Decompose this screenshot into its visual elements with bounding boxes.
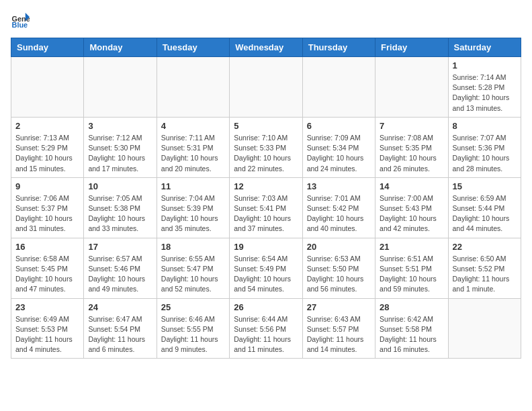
day-info: Sunrise: 7:14 AM Sunset: 5:28 PM Dayligh… (453, 73, 517, 113)
calendar-cell: 27Sunrise: 6:43 AM Sunset: 5:57 PM Dayli… (302, 298, 375, 359)
day-info: Sunrise: 7:11 AM Sunset: 5:31 PM Dayligh… (161, 133, 225, 174)
day-number: 26 (234, 302, 298, 312)
day-number: 9 (15, 181, 79, 191)
day-number: 12 (234, 181, 298, 191)
calendar-cell: 1Sunrise: 7:14 AM Sunset: 5:28 PM Daylig… (448, 57, 521, 118)
day-number: 8 (453, 121, 517, 131)
logo: General Blue (11, 11, 32, 30)
day-number: 19 (234, 242, 298, 252)
calendar-cell: 19Sunrise: 6:54 AM Sunset: 5:49 PM Dayli… (230, 238, 302, 298)
day-number: 20 (307, 242, 371, 252)
week-row-4: 23Sunrise: 6:49 AM Sunset: 5:53 PM Dayli… (11, 298, 521, 359)
calendar-cell (448, 298, 521, 359)
calendar-cell: 9Sunrise: 7:06 AM Sunset: 5:37 PM Daylig… (11, 177, 84, 238)
weekday-header-row: SundayMondayTuesdayWednesdayThursdayFrid… (11, 38, 521, 57)
day-info: Sunrise: 7:01 AM Sunset: 5:42 PM Dayligh… (307, 193, 371, 234)
day-number: 14 (380, 181, 443, 191)
day-number: 28 (380, 302, 443, 312)
calendar-cell: 18Sunrise: 6:55 AM Sunset: 5:47 PM Dayli… (157, 238, 229, 298)
day-info: Sunrise: 6:59 AM Sunset: 5:44 PM Dayligh… (453, 193, 517, 234)
day-number: 5 (234, 121, 298, 131)
calendar-cell: 13Sunrise: 7:01 AM Sunset: 5:42 PM Dayli… (302, 177, 375, 238)
day-info: Sunrise: 7:04 AM Sunset: 5:39 PM Dayligh… (161, 193, 225, 234)
calendar-cell: 16Sunrise: 6:58 AM Sunset: 5:45 PM Dayli… (11, 238, 84, 298)
calendar-cell (302, 57, 375, 118)
header: General Blue (11, 11, 521, 30)
weekday-header-saturday: Saturday (448, 38, 521, 57)
day-number: 3 (88, 121, 152, 131)
calendar-cell (230, 57, 302, 118)
day-info: Sunrise: 6:50 AM Sunset: 5:52 PM Dayligh… (453, 254, 517, 295)
calendar-cell: 22Sunrise: 6:50 AM Sunset: 5:52 PM Dayli… (448, 238, 521, 298)
calendar-cell: 11Sunrise: 7:04 AM Sunset: 5:39 PM Dayli… (157, 177, 229, 238)
calendar-cell: 3Sunrise: 7:12 AM Sunset: 5:30 PM Daylig… (84, 117, 157, 177)
calendar-cell: 26Sunrise: 6:44 AM Sunset: 5:56 PM Dayli… (230, 298, 302, 359)
calendar-cell (157, 57, 229, 118)
calendar-cell: 7Sunrise: 7:08 AM Sunset: 5:35 PM Daylig… (375, 117, 448, 177)
day-info: Sunrise: 7:05 AM Sunset: 5:38 PM Dayligh… (88, 193, 152, 234)
day-info: Sunrise: 7:00 AM Sunset: 5:43 PM Dayligh… (380, 193, 443, 234)
day-info: Sunrise: 7:03 AM Sunset: 5:41 PM Dayligh… (234, 193, 298, 234)
calendar-cell: 14Sunrise: 7:00 AM Sunset: 5:43 PM Dayli… (375, 177, 448, 238)
calendar: SundayMondayTuesdayWednesdayThursdayFrid… (11, 38, 521, 359)
day-info: Sunrise: 6:44 AM Sunset: 5:56 PM Dayligh… (234, 314, 298, 355)
day-info: Sunrise: 6:49 AM Sunset: 5:53 PM Dayligh… (15, 314, 79, 355)
calendar-cell: 15Sunrise: 6:59 AM Sunset: 5:44 PM Dayli… (448, 177, 521, 238)
day-number: 10 (88, 181, 152, 191)
calendar-cell (11, 57, 84, 118)
day-info: Sunrise: 7:06 AM Sunset: 5:37 PM Dayligh… (15, 193, 79, 234)
weekday-header-tuesday: Tuesday (157, 38, 229, 57)
calendar-cell: 20Sunrise: 6:53 AM Sunset: 5:50 PM Dayli… (302, 238, 375, 298)
day-info: Sunrise: 6:42 AM Sunset: 5:58 PM Dayligh… (380, 314, 443, 355)
calendar-cell: 21Sunrise: 6:51 AM Sunset: 5:51 PM Dayli… (375, 238, 448, 298)
day-number: 1 (453, 60, 517, 71)
weekday-header-friday: Friday (375, 38, 448, 57)
day-number: 2 (15, 121, 79, 131)
calendar-cell: 5Sunrise: 7:10 AM Sunset: 5:33 PM Daylig… (230, 117, 302, 177)
calendar-cell: 24Sunrise: 6:47 AM Sunset: 5:54 PM Dayli… (84, 298, 157, 359)
logo-icon: General Blue (11, 11, 30, 30)
day-number: 25 (161, 302, 225, 312)
day-info: Sunrise: 6:55 AM Sunset: 5:47 PM Dayligh… (161, 254, 225, 295)
day-info: Sunrise: 6:58 AM Sunset: 5:45 PM Dayligh… (15, 254, 79, 295)
calendar-cell: 4Sunrise: 7:11 AM Sunset: 5:31 PM Daylig… (157, 117, 229, 177)
calendar-cell: 2Sunrise: 7:13 AM Sunset: 5:29 PM Daylig… (11, 117, 84, 177)
week-row-0: 1Sunrise: 7:14 AM Sunset: 5:28 PM Daylig… (11, 57, 521, 118)
svg-text:Blue: Blue (12, 21, 28, 29)
day-number: 22 (453, 242, 517, 252)
day-number: 13 (307, 181, 371, 191)
day-info: Sunrise: 6:46 AM Sunset: 5:55 PM Dayligh… (161, 314, 225, 355)
day-number: 11 (161, 181, 225, 191)
day-info: Sunrise: 7:13 AM Sunset: 5:29 PM Dayligh… (15, 133, 79, 174)
weekday-header-wednesday: Wednesday (230, 38, 302, 57)
day-info: Sunrise: 7:12 AM Sunset: 5:30 PM Dayligh… (88, 133, 152, 174)
day-info: Sunrise: 6:54 AM Sunset: 5:49 PM Dayligh… (234, 254, 298, 295)
day-info: Sunrise: 7:10 AM Sunset: 5:33 PM Dayligh… (234, 133, 298, 174)
day-number: 21 (380, 242, 443, 252)
day-number: 4 (161, 121, 225, 131)
day-info: Sunrise: 6:53 AM Sunset: 5:50 PM Dayligh… (307, 254, 371, 295)
week-row-2: 9Sunrise: 7:06 AM Sunset: 5:37 PM Daylig… (11, 177, 521, 238)
calendar-cell (84, 57, 157, 118)
calendar-cell: 6Sunrise: 7:09 AM Sunset: 5:34 PM Daylig… (302, 117, 375, 177)
day-info: Sunrise: 7:07 AM Sunset: 5:36 PM Dayligh… (453, 133, 517, 174)
day-info: Sunrise: 6:51 AM Sunset: 5:51 PM Dayligh… (380, 254, 443, 295)
day-info: Sunrise: 7:09 AM Sunset: 5:34 PM Dayligh… (307, 133, 371, 174)
weekday-header-monday: Monday (84, 38, 157, 57)
day-info: Sunrise: 6:47 AM Sunset: 5:54 PM Dayligh… (88, 314, 152, 355)
weekday-header-sunday: Sunday (11, 38, 84, 57)
day-number: 24 (88, 302, 152, 312)
day-number: 23 (15, 302, 79, 312)
day-info: Sunrise: 7:08 AM Sunset: 5:35 PM Dayligh… (380, 133, 443, 174)
day-number: 16 (15, 242, 79, 252)
day-number: 17 (88, 242, 152, 252)
calendar-cell: 28Sunrise: 6:42 AM Sunset: 5:58 PM Dayli… (375, 298, 448, 359)
week-row-1: 2Sunrise: 7:13 AM Sunset: 5:29 PM Daylig… (11, 117, 521, 177)
calendar-cell (375, 57, 448, 118)
day-number: 6 (307, 121, 371, 131)
day-number: 18 (161, 242, 225, 252)
week-row-3: 16Sunrise: 6:58 AM Sunset: 5:45 PM Dayli… (11, 238, 521, 298)
day-number: 15 (453, 181, 517, 191)
day-number: 7 (380, 121, 443, 131)
calendar-cell: 25Sunrise: 6:46 AM Sunset: 5:55 PM Dayli… (157, 298, 229, 359)
